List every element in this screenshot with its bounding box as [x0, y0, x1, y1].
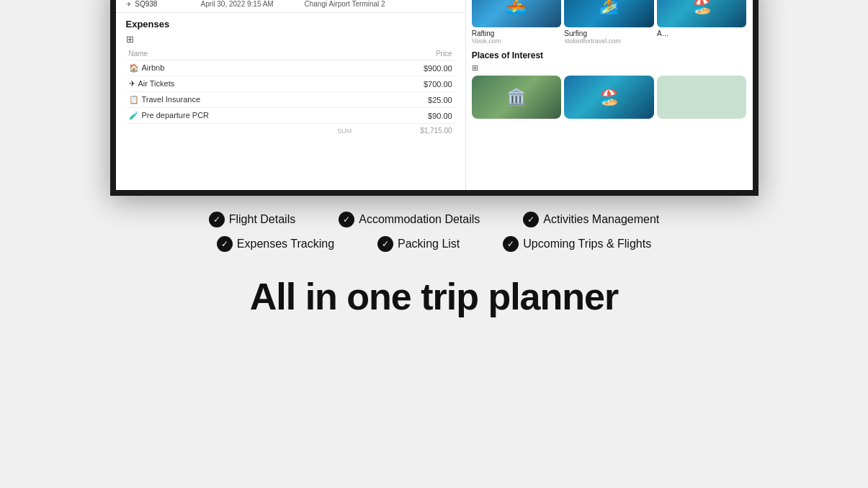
activity-card-extra: A… [657, 0, 747, 45]
expense-row-icon: 🧪 [129, 111, 139, 119]
flight-date: April 30, 2022 9:15 AM [201, 0, 287, 8]
surfing-label: Surfing [564, 30, 654, 37]
check-icon-upcoming-trips: ✓ [503, 236, 519, 252]
activity-card-surfing: Surfing stokedfortravel.com [564, 0, 654, 45]
feature-label-accommodation-details: Accommodation Details [359, 213, 480, 226]
expense-row-name: ✈Air Tickets [126, 76, 355, 92]
check-icon-expenses-tracking: ✓ [217, 236, 233, 252]
expenses-section: Expenses ⊞ Name Price 🏠Airbnb $900.00 ✈A… [116, 13, 465, 137]
check-icon-accommodation-details: ✓ [339, 212, 354, 227]
right-panel: Rafting klook.com Surfing stokedfortrave… [466, 0, 753, 190]
feature-item-expenses-tracking: ✓ Expenses Tracking [217, 236, 334, 252]
tagline-section: All in one trip planner [250, 275, 618, 318]
extra-image [657, 0, 747, 27]
poi-card-extra [657, 76, 747, 119]
expense-sum-label: SUM [126, 124, 355, 138]
feature-item-flight-details: ✓ Flight Details [209, 212, 295, 227]
tablet-device: Name Date Airport ✈ SQ938 April 30, 2022… [110, 0, 759, 196]
expense-row: 🧪Pre departure PCR $90.00 [126, 108, 455, 124]
expense-row-icon: 🏠 [129, 63, 139, 72]
rafting-label: Rafting [472, 30, 562, 37]
expense-row-price: $25.00 [354, 92, 455, 108]
extra-label: A… [657, 30, 747, 37]
feature-item-accommodation-details: ✓ Accommodation Details [339, 212, 480, 227]
expense-row: 📋Travel Insurance $25.00 [126, 92, 455, 108]
tablet-screen: Name Date Airport ✈ SQ938 April 30, 2022… [116, 0, 753, 190]
feature-label-activities-management: Activities Management [543, 213, 659, 226]
check-icon-flight-details: ✓ [209, 212, 225, 227]
expense-row-name: 🏠Airbnb [126, 60, 355, 76]
features-row-1: ✓ Flight Details ✓ Accommodation Details… [0, 207, 868, 232]
flight-number: ✈ SQ938 [126, 0, 184, 8]
expense-col-name: Name [126, 48, 355, 60]
expenses-table-icon: ⊞ [126, 34, 455, 45]
expense-row-price: $700.00 [354, 76, 455, 92]
rafting-image [472, 0, 562, 27]
expense-row-price: $90.00 [354, 108, 455, 124]
expense-row-name: 📋Travel Insurance [126, 92, 355, 108]
features-row-2: ✓ Expenses Tracking ✓ Packing List ✓ Upc… [0, 232, 868, 256]
left-panel: Name Date Airport ✈ SQ938 April 30, 2022… [116, 0, 466, 190]
expense-row-name: 🧪Pre departure PCR [126, 108, 355, 124]
poi-section: Places of Interest ⊞ [466, 50, 753, 125]
expense-col-price: Price [354, 48, 455, 60]
expense-row-price: $900.00 [354, 60, 455, 76]
bali-temple-image [472, 76, 562, 119]
expense-row: ✈Air Tickets $700.00 [126, 76, 455, 92]
poi-grid [472, 76, 747, 119]
tagline: All in one trip planner [250, 275, 618, 318]
expense-sum-value: $1,715.00 [354, 124, 455, 138]
rafting-url: klook.com [472, 37, 562, 45]
features-section: ✓ Flight Details ✓ Accommodation Details… [0, 207, 868, 256]
tablet-mockup: Name Date Airport ✈ SQ938 April 30, 2022… [0, 0, 868, 196]
feature-item-upcoming-trips: ✓ Upcoming Trips & Flights [503, 236, 651, 252]
flight-airport: Changi Airport Terminal 2 [305, 0, 385, 8]
expenses-title: Expenses [126, 19, 455, 30]
feature-label-packing-list: Packing List [398, 238, 460, 250]
surfing-url: stokedfortravel.com [564, 37, 654, 45]
surfing-image [564, 0, 654, 27]
check-icon-packing-list: ✓ [377, 236, 393, 252]
poi-table-icon: ⊞ [472, 63, 747, 73]
activities-grid: Rafting klook.com Surfing stokedfortrave… [466, 0, 753, 50]
poi-card-beach [564, 76, 654, 119]
feature-label-upcoming-trips: Upcoming Trips & Flights [523, 238, 651, 250]
feature-label-expenses-tracking: Expenses Tracking [237, 238, 334, 250]
poi-card-temple [472, 76, 562, 119]
expense-table: Name Price 🏠Airbnb $900.00 ✈Air Tickets … [126, 48, 455, 137]
feature-label-flight-details: Flight Details [229, 213, 295, 226]
flight-icon: ✈ [126, 1, 132, 8]
poi-title: Places of Interest [472, 50, 747, 60]
expense-row-icon: ✈ [129, 79, 135, 88]
flight-data-row: ✈ SQ938 April 30, 2022 9:15 AM Changi Ai… [116, 0, 465, 13]
activity-card-rafting: Rafting klook.com [472, 0, 562, 45]
expense-row: 🏠Airbnb $900.00 [126, 60, 455, 76]
expense-row-icon: 📋 [129, 95, 139, 104]
check-icon-activities-management: ✓ [523, 212, 539, 227]
feature-item-packing-list: ✓ Packing List [377, 236, 460, 252]
bali-beach-image [564, 76, 654, 119]
feature-item-activities-management: ✓ Activities Management [523, 212, 659, 227]
